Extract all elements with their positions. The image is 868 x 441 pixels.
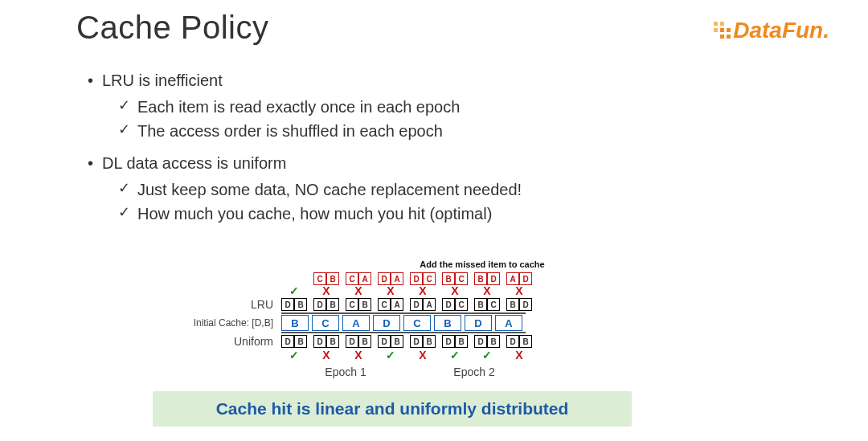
- cache-cell: DC: [442, 298, 468, 311]
- miss-icon: X: [506, 285, 532, 296]
- epoch1-label: Epoch 1: [281, 365, 410, 378]
- miss-icon: X: [346, 285, 371, 296]
- bullet-list: LRU is inefficient Each item is read exa…: [84, 68, 792, 226]
- slide-title: Cache Policy: [76, 10, 792, 46]
- cache-cell: CB: [346, 298, 371, 311]
- bullet-2-text: DL data access is uniform: [102, 154, 286, 172]
- cache-cell: DB: [313, 298, 339, 311]
- seq-cell: D: [373, 315, 400, 331]
- epoch2-label: Epoch 2: [410, 365, 538, 378]
- bullet-2-sub-2: How much you cache, how much you hit (op…: [118, 202, 792, 226]
- cache-cell: BD: [506, 298, 532, 311]
- lru-cache-row: LRU DB DB CB CA DA DC BC BD: [137, 298, 619, 311]
- epoch-labels: Epoch 1 Epoch 2: [281, 365, 619, 378]
- miss-box: CB: [313, 272, 339, 285]
- seq-cell: A: [495, 315, 522, 331]
- lru-marks-row: ✓ X X X X X X X: [137, 285, 619, 296]
- summary-banner: Cache hit is linear and uniformly distri…: [153, 391, 632, 427]
- miss-box: AD: [506, 272, 532, 285]
- miss-icon: X: [313, 285, 339, 296]
- hit-icon: ✓: [474, 349, 500, 361]
- cache-cell: DB: [506, 335, 532, 348]
- svg-rect-5: [720, 35, 724, 39]
- cache-cell: DB: [346, 335, 371, 348]
- uniform-label: Uniform: [137, 335, 281, 348]
- uniform-marks-row: ✓ X X ✓ X ✓ ✓ X: [137, 349, 619, 361]
- miss-box: DA: [378, 272, 403, 285]
- bullet-1-text: LRU is inefficient: [102, 71, 223, 89]
- seq-cell: C: [312, 315, 339, 331]
- cache-cell: DB: [474, 335, 500, 348]
- cache-cell: DB: [313, 335, 339, 348]
- svg-rect-4: [727, 28, 731, 32]
- miss-icon: X: [313, 349, 339, 361]
- sequence-row: Initial Cache: [D,B] B C A D C B D A: [137, 312, 619, 333]
- miss-icon: X: [474, 285, 500, 296]
- cache-cell: BC: [474, 298, 500, 311]
- cache-cell: DB: [378, 335, 403, 348]
- bullet-1: LRU is inefficient Each item is read exa…: [84, 68, 792, 143]
- cache-cell: DB: [442, 335, 468, 348]
- hit-icon: ✓: [442, 349, 468, 361]
- cache-diagram: Add the missed item to cache CB CA DA DC…: [137, 259, 619, 378]
- slide: DataFun. Cache Policy LRU is inefficient…: [0, 0, 868, 441]
- initial-cache-label: Initial Cache: [D,B]: [137, 317, 281, 329]
- bullet-2-sub-1: Just keep some data, NO cache replacemen…: [118, 178, 792, 202]
- logo-datafun: DataFun.: [712, 18, 829, 43]
- diagram-caption: Add the missed item to cache: [346, 259, 619, 269]
- miss-box: BD: [474, 272, 500, 285]
- cache-cell: DB: [410, 335, 436, 348]
- miss-box-row: CB CA DA DC BC BD AD: [313, 272, 619, 285]
- uniform-cache-row: Uniform DB DB DB DB DB DB DB DB: [137, 335, 619, 348]
- logo-text: DataFun.: [733, 18, 829, 43]
- hit-icon: ✓: [281, 285, 307, 296]
- cache-cell: CA: [378, 298, 403, 311]
- miss-icon: X: [506, 349, 532, 361]
- bullet-1-sub-1: Each item is read exactly once in each e…: [118, 95, 792, 119]
- miss-icon: X: [442, 285, 468, 296]
- miss-box: DC: [410, 272, 436, 285]
- cache-cell: DB: [281, 335, 307, 348]
- bullet-1-sub-2: The access order is shuffled in each epo…: [118, 119, 792, 143]
- bullet-1-subs: Each item is read exactly once in each e…: [118, 95, 792, 143]
- logo-dots-icon: [712, 20, 733, 41]
- cache-cell: DA: [410, 298, 436, 311]
- seq-cell: D: [465, 315, 492, 331]
- seq-cell: B: [434, 315, 461, 331]
- svg-rect-2: [714, 28, 718, 32]
- cache-cell: DB: [281, 298, 307, 311]
- seq-cell: B: [281, 315, 309, 331]
- svg-rect-3: [720, 28, 724, 32]
- miss-box: CA: [346, 272, 371, 285]
- seq-cell: A: [342, 315, 370, 331]
- miss-icon: X: [410, 349, 436, 361]
- svg-rect-0: [714, 22, 718, 26]
- hit-icon: ✓: [378, 349, 403, 361]
- svg-rect-6: [727, 35, 731, 39]
- bullet-2: DL data access is uniform Just keep some…: [84, 151, 792, 226]
- miss-icon: X: [410, 285, 436, 296]
- lru-label: LRU: [137, 298, 281, 311]
- bullet-2-subs: Just keep some data, NO cache replacemen…: [118, 178, 792, 226]
- miss-icon: X: [346, 349, 371, 361]
- svg-rect-1: [720, 22, 724, 26]
- seq-cell: C: [403, 315, 431, 331]
- hit-icon: ✓: [281, 349, 307, 361]
- miss-box: BC: [442, 272, 468, 285]
- miss-icon: X: [378, 285, 403, 296]
